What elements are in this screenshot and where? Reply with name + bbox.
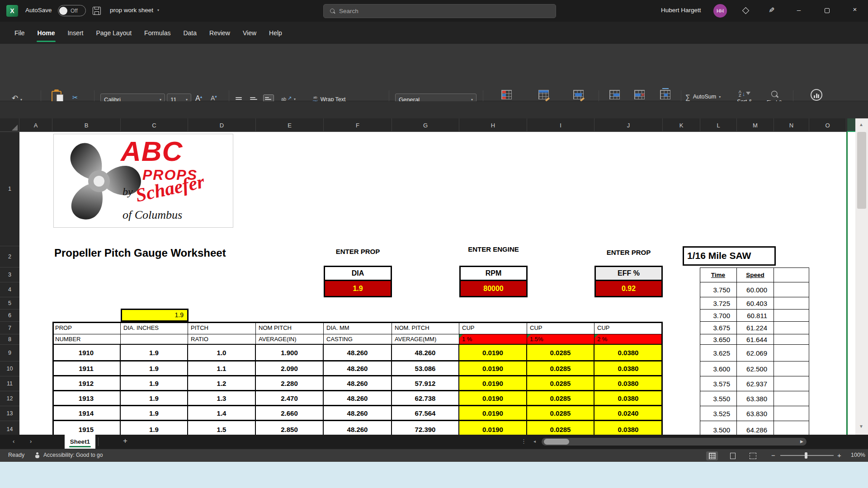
main-data-cell[interactable]: 1.9 <box>121 361 188 376</box>
main-header-cell[interactable]: CASTING <box>324 334 392 345</box>
main-data-cell[interactable]: 1.9 <box>121 421 188 435</box>
saw-time-cell[interactable]: 3.575 <box>700 376 737 391</box>
enter-prop-dia-box[interactable]: DIA 1.9 <box>324 266 392 297</box>
saw-empty-cell[interactable] <box>774 406 809 421</box>
add-sheet-button[interactable]: + <box>123 436 127 446</box>
main-data-cell[interactable]: 0.0380 <box>594 421 663 435</box>
main-data-cell[interactable]: 0.0285 <box>527 345 594 361</box>
saw-empty-cell[interactable] <box>774 421 809 435</box>
saw-header-cell[interactable]: Time <box>700 267 737 282</box>
saw-time-cell[interactable]: 3.525 <box>700 406 737 421</box>
titlebar-search-input[interactable]: Search <box>323 4 556 18</box>
column-header-a[interactable]: A <box>19 118 52 132</box>
main-data-cell[interactable]: 62.738 <box>392 391 459 406</box>
saw-time-cell[interactable]: 3.750 <box>700 282 737 297</box>
hscroll-left-icon[interactable]: ◂ <box>533 439 536 444</box>
row-header-8[interactable]: 8 <box>0 334 19 345</box>
row-header-11[interactable]: 11 <box>0 376 19 391</box>
row-header-7[interactable]: 7 <box>0 322 19 334</box>
ribbon-tab-view[interactable]: View <box>236 22 263 44</box>
main-data-cell[interactable]: 67.564 <box>392 406 459 421</box>
main-data-cell[interactable]: 0.0190 <box>459 421 527 435</box>
enter-engine-rpm-box[interactable]: RPM 80000 <box>459 266 528 297</box>
tabbar-grip[interactable]: ⋮ <box>521 438 527 445</box>
row-header-14[interactable]: 14 <box>0 421 19 435</box>
dia-value[interactable]: 1.9 <box>325 281 391 296</box>
minimize-button[interactable]: – <box>792 6 806 14</box>
column-header-h[interactable]: H <box>459 118 527 132</box>
saw-empty-cell[interactable] <box>774 297 809 310</box>
main-header-cell[interactable]: AVERAGE(IN) <box>256 334 324 345</box>
row-header-12[interactable]: 12 <box>0 391 19 406</box>
saw-time-cell[interactable]: 3.600 <box>700 361 737 376</box>
document-title[interactable]: prop work sheet▾ <box>110 7 159 14</box>
main-header-cell[interactable]: CUP <box>459 322 527 334</box>
column-header-o[interactable]: O <box>809 118 846 132</box>
saw-speed-cell[interactable]: 63.380 <box>737 391 774 406</box>
saw-empty-cell[interactable] <box>774 391 809 406</box>
sheet-tab-sheet1[interactable]: Sheet1 <box>65 435 95 449</box>
row-header-6[interactable]: 6 <box>0 310 19 322</box>
accessibility-status[interactable]: Accessibility: Good to go <box>43 452 103 458</box>
ribbon-tab-data[interactable]: Data <box>177 22 203 44</box>
prev-sheet-button[interactable]: ‹ <box>13 438 14 445</box>
saw-time-cell[interactable]: 3.700 <box>700 310 737 322</box>
saw-header-cell[interactable]: Speed <box>737 267 774 282</box>
main-data-cell[interactable]: 72.390 <box>392 421 459 435</box>
main-data-cell[interactable]: 1914 <box>52 406 121 421</box>
main-data-cell[interactable]: 0.0380 <box>594 391 663 406</box>
presenter-pen-icon[interactable]: ✎ <box>769 6 774 14</box>
saw-time-cell[interactable]: 3.725 <box>700 297 737 310</box>
vertical-scrollbar[interactable]: ▲ ▼ <box>855 118 868 435</box>
main-data-cell[interactable]: 48.260 <box>324 376 392 391</box>
saw-time-cell[interactable]: 3.550 <box>700 391 737 406</box>
ribbon-tab-insert[interactable]: Insert <box>61 22 90 44</box>
main-data-cell[interactable]: 0.0285 <box>527 421 594 435</box>
scroll-down-icon[interactable]: ▼ <box>859 424 863 429</box>
zoom-slider-thumb[interactable] <box>805 452 807 459</box>
main-data-cell[interactable]: 2.660 <box>256 406 324 421</box>
row-header-4[interactable]: 4 <box>0 282 19 297</box>
main-data-cell[interactable]: 2.090 <box>256 361 324 376</box>
normal-view-button[interactable] <box>706 451 718 460</box>
main-data-cell[interactable]: 0.0285 <box>527 391 594 406</box>
ribbon-tab-home[interactable]: Home <box>31 22 61 44</box>
user-name[interactable]: Hubert Hargett <box>661 7 701 14</box>
main-header-cell[interactable]: 2 % <box>594 334 663 345</box>
rpm-value[interactable]: 80000 <box>461 281 526 296</box>
column-header-k[interactable]: K <box>663 118 700 132</box>
saw-speed-cell[interactable]: 60.000 <box>737 282 774 297</box>
saw-empty-cell[interactable] <box>774 310 809 322</box>
main-data-cell[interactable]: 0.0190 <box>459 361 527 376</box>
saw-empty-cell[interactable] <box>774 282 809 297</box>
main-data-cell[interactable]: 0.0190 <box>459 376 527 391</box>
premium-diamond-icon[interactable] <box>743 8 748 13</box>
main-data-cell[interactable]: 48.260 <box>324 421 392 435</box>
main-data-cell[interactable]: 1913 <box>52 391 121 406</box>
main-data-cell[interactable]: 0.0380 <box>594 361 663 376</box>
main-data-cell[interactable]: 48.260 <box>324 345 392 361</box>
orientation-dropdown[interactable]: ▾ <box>294 97 296 101</box>
main-data-cell[interactable]: 1.900 <box>256 345 324 361</box>
main-header-cell[interactable]: 1 % <box>459 334 527 345</box>
main-data-cell[interactable]: 48.260 <box>392 345 459 361</box>
main-header-cell[interactable]: NUMBER <box>52 334 121 345</box>
main-data-cell[interactable]: 2.280 <box>256 376 324 391</box>
main-header-cell[interactable]: NOM. PITCH <box>392 322 459 334</box>
main-data-cell[interactable]: 0.0380 <box>594 345 663 361</box>
main-data-cell[interactable]: 0.0190 <box>459 345 527 361</box>
ribbon-tab-help[interactable]: Help <box>263 22 288 44</box>
vscroll-thumb[interactable] <box>857 132 866 209</box>
main-header-cell[interactable] <box>121 334 188 345</box>
main-data-cell[interactable]: 0.0285 <box>527 406 594 421</box>
close-button[interactable]: × <box>848 5 862 13</box>
helper-dia-cell[interactable]: 1.9 <box>121 309 189 322</box>
main-data-cell[interactable]: 57.912 <box>392 376 459 391</box>
main-data-cell[interactable]: 53.086 <box>392 361 459 376</box>
row-header-10[interactable]: 10 <box>0 361 19 376</box>
eff-value[interactable]: 0.92 <box>596 281 661 296</box>
main-data-cell[interactable]: 0.0240 <box>594 406 663 421</box>
saw-speed-cell[interactable]: 61.224 <box>737 322 774 334</box>
main-header-cell[interactable]: DIA. INCHES <box>121 322 188 334</box>
row-header-1[interactable]: 1 <box>0 132 19 246</box>
